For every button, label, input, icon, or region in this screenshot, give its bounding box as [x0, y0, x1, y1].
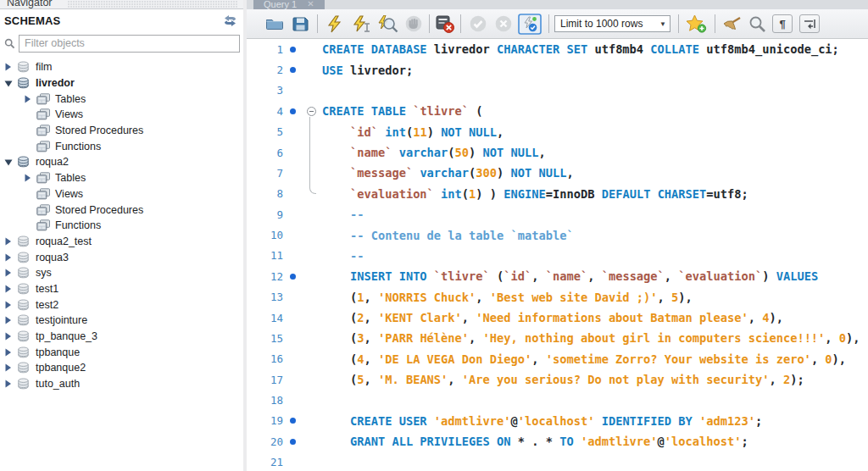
code-line-11[interactable]: 11 --	[247, 246, 868, 266]
schema-icon	[17, 283, 30, 295]
schema-icon	[17, 77, 30, 89]
tree-item-label: roqua3	[36, 252, 69, 263]
tree-item-label: roqua2	[36, 156, 69, 168]
expand-arrow-icon[interactable]	[24, 174, 31, 182]
line-number: 19	[247, 414, 285, 427]
tree-item-tuto-auth[interactable]: tuto_auth	[0, 376, 243, 392]
expand-arrow-icon[interactable]	[4, 285, 12, 293]
rollback-button[interactable]	[495, 15, 512, 32]
close-tab-icon[interactable]: ✕	[307, 0, 314, 8]
navigator-titlebar: Navigator	[0, 0, 243, 9]
tree-item-stored-procedures[interactable]: Stored Procedures	[0, 123, 243, 139]
tree-item-test2[interactable]: test2	[0, 296, 243, 313]
commit-button[interactable]	[470, 15, 487, 32]
tree-item-roqua2[interactable]: roqua2	[0, 154, 243, 170]
tree-item-label: livredor	[36, 77, 75, 89]
expand-arrow-icon[interactable]	[4, 348, 12, 357]
open-file-button[interactable]	[265, 17, 284, 30]
execute-button[interactable]	[326, 15, 343, 33]
tree-item-functions[interactable]: Functions	[0, 218, 243, 234]
query-tab[interactable]: Query 1 ✕	[253, 0, 325, 9]
limit-rows-select[interactable]: Limit to 1000 rows ▼	[554, 15, 670, 32]
code-line-6[interactable]: 6 `name` varchar(50) NOT NULL,	[247, 142, 868, 163]
tree-item-test1[interactable]: test1	[0, 281, 243, 297]
table-folder-icon	[36, 204, 51, 216]
code-line-18[interactable]: 18	[247, 390, 868, 410]
tree-item-testjointure[interactable]: testjointure	[0, 313, 243, 329]
code-line-7[interactable]: 7 `message` varchar(300) NOT NULL,	[247, 163, 868, 183]
tree-item-film[interactable]: film	[0, 59, 243, 75]
expand-arrow-icon[interactable]	[4, 363, 12, 372]
find-button[interactable]	[748, 15, 766, 33]
tree-item-label: testjointure	[36, 314, 87, 326]
expand-arrow-icon[interactable]	[4, 253, 12, 262]
save-snippet-button[interactable]	[686, 14, 707, 33]
code-line-9[interactable]: 9 --	[247, 204, 868, 224]
expand-arrow-icon[interactable]	[4, 269, 12, 277]
code-line-13[interactable]: 13 (1, 'NORRIS Chuck', 'Best web site Da…	[247, 287, 868, 308]
collapse-arrow-icon[interactable]	[4, 158, 13, 166]
refresh-schemas-icon[interactable]	[223, 15, 237, 26]
tree-item-views[interactable]: Views	[0, 186, 243, 202]
code-line-5[interactable]: 5 `id` int(11) NOT NULL,	[247, 122, 868, 142]
tree-item-tables[interactable]: Tables	[0, 91, 243, 107]
toggle-invisibles-button[interactable]: ¶	[772, 14, 793, 33]
tree-item-roqua3[interactable]: roqua3	[0, 249, 243, 265]
fold-toggle-icon[interactable]	[307, 107, 316, 116]
code-text: CREATE USER 'admtlivre'@'localhost' IDEN…	[322, 414, 762, 428]
sql-code-area[interactable]: 1CREATE DATABASE livredor CHARACTER SET …	[247, 39, 868, 471]
toggle-stop-on-error-button[interactable]	[436, 15, 454, 33]
tree-item-tpbanque[interactable]: tpbanque	[0, 344, 243, 360]
expand-arrow-icon[interactable]	[4, 301, 12, 309]
code-line-8[interactable]: 8 `evaluation` int(1) ) ENGINE=InnoDB DE…	[247, 184, 868, 204]
tree-item-label: film	[36, 61, 52, 73]
tree-item-tpbanque2[interactable]: tpbanque2	[0, 360, 243, 376]
toggle-wrap-button[interactable]	[799, 14, 820, 33]
expand-arrow-icon[interactable]	[4, 316, 12, 324]
expand-arrow-icon[interactable]	[4, 237, 12, 246]
toggle-autocommit-button[interactable]	[518, 14, 542, 35]
code-line-19[interactable]: 19 CREATE USER 'admtlivre'@'localhost' I…	[247, 411, 868, 431]
search-icon	[4, 38, 15, 49]
code-line-3[interactable]: 3	[247, 80, 868, 101]
expand-arrow-icon[interactable]	[4, 63, 12, 71]
execute-current-button[interactable]	[352, 15, 370, 33]
explain-button[interactable]	[377, 15, 398, 33]
save-button[interactable]	[292, 16, 309, 31]
stop-button[interactable]	[405, 15, 422, 32]
line-number: 6	[247, 147, 285, 159]
code-line-20[interactable]: 20 GRANT ALL PRIVILEGES ON * . * TO 'adm…	[247, 431, 868, 452]
beautify-button[interactable]	[721, 15, 742, 33]
tree-item-tables[interactable]: Tables	[0, 170, 243, 186]
titlebar-drag-texture	[68, 1, 237, 8]
dropdown-caret-icon: ▼	[656, 20, 670, 28]
code-line-10[interactable]: 10 -- Contenu de la table `matable`	[247, 224, 868, 245]
expand-arrow-icon[interactable]	[24, 95, 31, 103]
code-text: (5, 'M. BEANS', 'Are you serious? Do not…	[322, 373, 804, 386]
code-line-12[interactable]: 12 INSERT INTO `tlivre` (`id`, `name`, `…	[247, 266, 868, 286]
expand-arrow-icon[interactable]	[4, 332, 12, 341]
tree-item-label: Views	[55, 108, 83, 120]
tree-item-roqua2-test[interactable]: roqua2_test	[0, 234, 243, 250]
tree-item-tp-banque-3[interactable]: tp_banque_3	[0, 329, 243, 345]
code-line-1[interactable]: 1CREATE DATABASE livredor CHARACTER SET …	[247, 39, 868, 59]
code-line-16[interactable]: 16 (4, 'DE LA VEGA Don Diego', 'sometime…	[247, 349, 868, 369]
code-line-2[interactable]: 2USE livredor;	[247, 59, 868, 80]
code-line-21[interactable]: 21	[247, 452, 868, 471]
code-line-4[interactable]: 4CREATE TABLE `tlivre` (	[247, 101, 868, 121]
tree-item-views[interactable]: Views	[0, 107, 243, 123]
tree-item-livredor[interactable]: livredor	[0, 75, 243, 91]
code-line-14[interactable]: 14 (2, 'KENT Clark', 'Need informations …	[247, 308, 868, 328]
line-number: 16	[247, 352, 285, 365]
code-line-17[interactable]: 17 (5, 'M. BEANS', 'Are you serious? Do …	[247, 369, 868, 390]
line-number: 1	[247, 43, 285, 56]
code-line-15[interactable]: 15 (3, 'PARR Hélène', 'Hey, nothing abou…	[247, 328, 868, 348]
tree-item-stored-procedures[interactable]: Stored Procedures	[0, 202, 243, 218]
expand-arrow-icon[interactable]	[4, 380, 12, 388]
code-text: CREATE DATABASE livredor CHARACTER SET u…	[322, 42, 839, 56]
collapse-arrow-icon[interactable]	[4, 80, 13, 87]
tree-item-sys[interactable]: sys	[0, 265, 243, 281]
navigator-title: Navigator	[7, 0, 53, 8]
tree-item-functions[interactable]: Functions	[0, 138, 243, 154]
filter-objects-input[interactable]: Filter objects	[19, 35, 240, 53]
